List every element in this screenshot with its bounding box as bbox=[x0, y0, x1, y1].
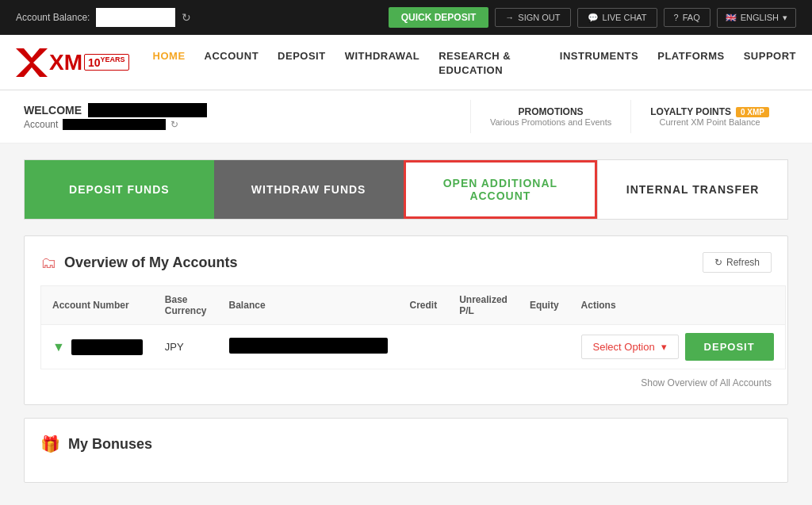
nav-withdrawal[interactable]: WITHDRAWAL bbox=[345, 48, 420, 77]
nav-deposit[interactable]: DEPOSIT bbox=[278, 48, 326, 77]
table-row: ▼ JPY Select Option bbox=[41, 325, 786, 369]
faq-icon: ? bbox=[674, 13, 679, 22]
briefcase-icon: 🗂 bbox=[40, 254, 56, 272]
loyalty-title: LOYALTY POINTS 0 XMP bbox=[650, 106, 769, 117]
chat-icon: 💬 bbox=[588, 13, 599, 23]
xm-text: XM bbox=[49, 50, 82, 75]
live-chat-button[interactable]: 💬 LIVE CHAT bbox=[577, 8, 657, 28]
select-option-button[interactable]: Select Option ▾ bbox=[581, 335, 679, 359]
withdraw-funds-button[interactable]: WITHDRAW FUNDS bbox=[214, 160, 404, 219]
faq-button[interactable]: ? FAQ bbox=[664, 8, 710, 27]
loyalty-subtitle: Current XM Point Balance bbox=[650, 117, 769, 127]
account-balance-label: Account Balance: bbox=[16, 12, 90, 23]
bonuses-section: 🎁 My Bonuses bbox=[24, 418, 788, 483]
welcome-left: WELCOME Account ↻ bbox=[24, 103, 470, 130]
select-arrow-icon: ▾ bbox=[661, 341, 667, 353]
xmp-badge: 0 XMP bbox=[736, 107, 769, 117]
balance-redacted bbox=[229, 338, 388, 354]
welcome-label: WELCOME bbox=[24, 104, 82, 117]
welcome-text: WELCOME bbox=[24, 103, 470, 117]
promotions-subtitle: Various Promotions and Events bbox=[490, 117, 611, 127]
td-unrealized-pl bbox=[448, 325, 519, 369]
svg-marker-0 bbox=[16, 48, 48, 77]
nav-home-link[interactable]: HOME bbox=[153, 50, 186, 62]
action-buttons: DEPOSIT FUNDS WITHDRAW FUNDS OPEN ADDITI… bbox=[24, 159, 788, 220]
th-balance: Balance bbox=[218, 286, 399, 325]
loyalty-title-text: LOYALTY POINTS bbox=[650, 106, 731, 117]
bonuses-header: 🎁 My Bonuses bbox=[40, 434, 772, 453]
nav-platforms[interactable]: PLATFORMS bbox=[657, 48, 724, 77]
td-actions: Select Option ▾ DEPOSIT bbox=[570, 325, 786, 369]
nav-research[interactable]: RESEARCH & EDUCATION bbox=[439, 48, 541, 77]
sign-out-button[interactable]: → SIGN OUT bbox=[495, 8, 570, 27]
promotions-section[interactable]: PROMOTIONS Various Promotions and Events bbox=[471, 100, 631, 133]
refresh-account-icon[interactable]: ↻ bbox=[170, 119, 178, 130]
accounts-table: Account Number Base Currency Balance Cre… bbox=[40, 285, 786, 369]
th-account-number: Account Number bbox=[41, 286, 154, 325]
nav-account[interactable]: ACCOUNT bbox=[205, 48, 259, 77]
select-option-label: Select Option bbox=[593, 341, 655, 353]
years-badge: 10YEARS bbox=[84, 54, 129, 71]
section-title-group: 🗂 Overview of My Accounts bbox=[40, 254, 237, 272]
overview-section: 🗂 Overview of My Accounts ↻ Refresh Acco… bbox=[24, 235, 788, 405]
account-num-redacted bbox=[63, 119, 166, 130]
deposit-funds-button[interactable]: DEPOSIT FUNDS bbox=[25, 160, 214, 219]
refresh-button[interactable]: ↻ Refresh bbox=[703, 252, 772, 273]
nav-support-link[interactable]: SUPPORT bbox=[744, 50, 796, 62]
open-additional-account-button[interactable]: OPEN ADDITIONAL ACCOUNT bbox=[404, 160, 598, 219]
th-actions: Actions bbox=[570, 286, 786, 325]
account-balance-input[interactable] bbox=[96, 8, 175, 27]
nav-withdrawal-link[interactable]: WITHDRAWAL bbox=[345, 50, 420, 62]
bonuses-title: My Bonuses bbox=[68, 436, 152, 453]
refresh-balance-icon[interactable]: ↻ bbox=[182, 11, 191, 24]
refresh-icon: ↻ bbox=[714, 257, 722, 268]
td-currency: JPY bbox=[154, 325, 218, 369]
main-content: DEPOSIT FUNDS WITHDRAW FUNDS OPEN ADDITI… bbox=[0, 143, 812, 505]
gift-icon: 🎁 bbox=[40, 434, 60, 453]
row-expand-icon[interactable]: ▼ bbox=[52, 340, 65, 354]
nav-links: HOME ACCOUNT DEPOSIT WITHDRAWAL RESEARCH… bbox=[153, 48, 796, 77]
promotions-title: PROMOTIONS bbox=[490, 106, 611, 117]
account-label: Account bbox=[24, 119, 58, 130]
nav-bar: XM 10YEARS HOME ACCOUNT DEPOSIT WITHDRAW… bbox=[0, 35, 812, 90]
welcome-right: PROMOTIONS Various Promotions and Events… bbox=[470, 100, 788, 133]
chevron-down-icon: ▾ bbox=[783, 13, 787, 23]
logo-area: XM 10YEARS bbox=[16, 48, 129, 77]
loyalty-section[interactable]: LOYALTY POINTS 0 XMP Current XM Point Ba… bbox=[631, 100, 788, 133]
table-header-row: Account Number Base Currency Balance Cre… bbox=[41, 286, 786, 325]
top-bar-left: Account Balance: ↻ bbox=[16, 8, 381, 27]
overview-header: 🗂 Overview of My Accounts ↻ Refresh bbox=[40, 252, 772, 273]
xm-logo-icon bbox=[16, 48, 48, 77]
th-base-currency: Base Currency bbox=[154, 286, 218, 325]
td-account-number: ▼ bbox=[41, 325, 154, 369]
nav-deposit-link[interactable]: DEPOSIT bbox=[278, 50, 326, 62]
top-bar-right: QUICK DEPOSIT → SIGN OUT 💬 LIVE CHAT ? F… bbox=[389, 7, 796, 28]
td-credit bbox=[399, 325, 449, 369]
nav-support[interactable]: SUPPORT bbox=[744, 48, 796, 77]
welcome-name-redacted bbox=[88, 103, 207, 117]
deposit-row-button[interactable]: DEPOSIT bbox=[685, 333, 774, 361]
quick-deposit-button[interactable]: QUICK DEPOSIT bbox=[389, 7, 489, 28]
nav-research-link[interactable]: RESEARCH & EDUCATION bbox=[439, 50, 511, 76]
nav-instruments[interactable]: INSTRUMENTS bbox=[560, 48, 638, 77]
td-balance bbox=[218, 325, 399, 369]
nav-platforms-link[interactable]: PLATFORMS bbox=[657, 50, 724, 62]
th-unrealized-pl: Unrealized P/L bbox=[448, 286, 519, 325]
account-num-row: Account ↻ bbox=[24, 119, 470, 130]
flag-icon: 🇬🇧 bbox=[726, 13, 737, 23]
welcome-bar: WELCOME Account ↻ PROMOTIONS Various Pro… bbox=[0, 90, 812, 143]
account-number-redacted bbox=[71, 339, 143, 355]
nav-home[interactable]: HOME bbox=[153, 48, 186, 77]
nav-account-link[interactable]: ACCOUNT bbox=[205, 50, 259, 62]
show-all-accounts-link[interactable]: Show Overview of All Accounts bbox=[40, 377, 772, 388]
signout-icon: → bbox=[505, 13, 514, 22]
language-button[interactable]: 🇬🇧 ENGLISH ▾ bbox=[717, 8, 796, 28]
internal-transfer-button[interactable]: INTERNAL TRANSFER bbox=[597, 160, 787, 219]
bonuses-title-group: 🎁 My Bonuses bbox=[40, 434, 152, 453]
td-equity bbox=[519, 325, 570, 369]
overview-title: Overview of My Accounts bbox=[64, 254, 237, 271]
top-bar: Account Balance: ↻ QUICK DEPOSIT → SIGN … bbox=[0, 0, 812, 35]
th-credit: Credit bbox=[399, 286, 449, 325]
nav-instruments-link[interactable]: INSTRUMENTS bbox=[560, 50, 638, 62]
th-equity: Equity bbox=[519, 286, 570, 325]
